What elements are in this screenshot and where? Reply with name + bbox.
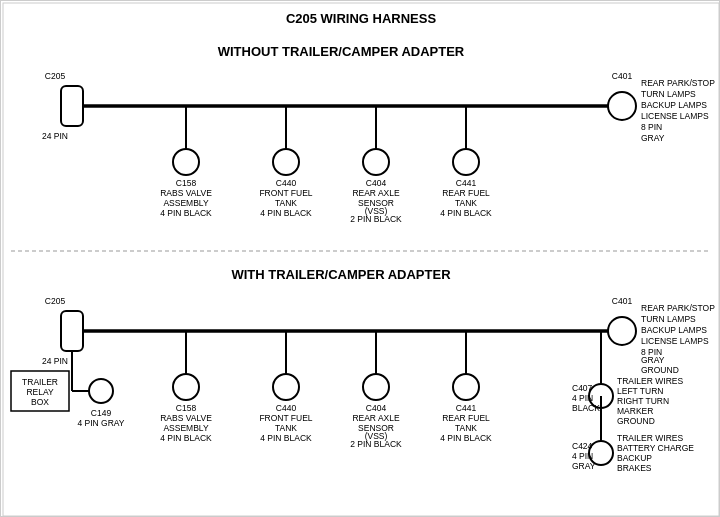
c401-2-desc2: TURN LAMPS [641,314,696,324]
c205-2-pin: 24 PIN [42,356,68,366]
svg-point-2 [608,92,636,120]
svg-point-6 [273,149,299,175]
c407-pin: 4 PIN [572,393,593,403]
c441-2-d2: TANK [455,423,477,433]
c441-1-name: C441 [456,178,477,188]
c441-1-d3: 4 PIN BLACK [440,208,492,218]
wiring-diagram: C205 WIRING HARNESS WITHOUT TRAILER/CAMP… [1,1,720,517]
c441-2-d1: REAR FUEL [442,413,490,423]
svg-point-4 [173,149,199,175]
c404-2-d1: REAR AXLE [352,413,400,423]
main-title: C205 WIRING HARNESS [286,11,437,26]
c404-1-d4: 2 PIN BLACK [350,214,402,224]
trailer-relay-box-l3: BOX [31,397,49,407]
c407-d5: GROUND [617,416,655,426]
c404-2-name: C404 [366,403,387,413]
c404-1-d1: REAR AXLE [352,188,400,198]
c401-2-color: GRAY [641,355,665,365]
c401-1-name: C401 [612,71,633,81]
c404-2-d4: 2 PIN BLACK [350,439,402,449]
c424-color: GRAY [572,461,596,471]
c401-1-desc2: TURN LAMPS [641,89,696,99]
trailer-relay-box-l2: RELAY [26,387,54,397]
c424-name: C424 [572,441,593,451]
c407-d2: LEFT TURN [617,386,663,396]
c440-1-d2: TANK [275,198,297,208]
c401-1-color: GRAY [641,133,665,143]
c158-2-name: C158 [176,403,197,413]
c424-d2: BATTERY CHARGE [617,443,694,453]
c440-2-name: C440 [276,403,297,413]
c441-1-d1: REAR FUEL [442,188,490,198]
svg-point-10 [453,149,479,175]
c440-1-name: C440 [276,178,297,188]
c205-1-name: C205 [45,71,66,81]
c149-pin: 4 PIN GRAY [77,418,124,428]
c441-2-d3: 4 PIN BLACK [440,433,492,443]
c407-d1: TRAILER WIRES [617,376,683,386]
c401-2-desc1: REAR PARK/STOP [641,303,715,313]
c158-2-d1: RABS VALVE [160,413,212,423]
c158-2-d2: ASSEMBLY [163,423,209,433]
c401-2-name: C401 [612,296,633,306]
c424-pin: 4 PIN [572,451,593,461]
svg-point-17 [89,379,113,403]
page-container: C205 WIRING HARNESS WITHOUT TRAILER/CAMP… [0,0,720,517]
c401-1-pin: 8 PIN [641,122,662,132]
c158-1-name: C158 [176,178,197,188]
trailer-relay-box-l1: TRAILER [22,377,58,387]
c401-2-desc4: LICENSE LAMPS [641,336,709,346]
section1-title: WITHOUT TRAILER/CAMPER ADAPTER [218,44,465,59]
svg-point-28 [363,374,389,400]
svg-point-18 [608,317,636,345]
c441-2-name: C441 [456,403,477,413]
c404-1-name: C404 [366,178,387,188]
section2-title: WITH TRAILER/CAMPER ADAPTER [231,267,451,282]
c407-color: BLACK [572,403,600,413]
c407-d4: MARKER [617,406,653,416]
c424-d4: BRAKES [617,463,652,473]
c440-2-d1: FRONT FUEL [259,413,312,423]
c158-1-d1: RABS VALVE [160,188,212,198]
c205-2-name: C205 [45,296,66,306]
c158-1-d3: 4 PIN BLACK [160,208,212,218]
svg-rect-13 [61,311,83,351]
c407-name: C407 [572,383,593,393]
c440-1-d3: 4 PIN BLACK [260,208,312,218]
c205-1-pin: 24 PIN [42,131,68,141]
c401-2-ground: GROUND [641,365,679,375]
c424-d3: BACKUP [617,453,652,463]
svg-point-30 [453,374,479,400]
c407-d3: RIGHT TURN [617,396,669,406]
c158-1-d2: ASSEMBLY [163,198,209,208]
svg-point-26 [273,374,299,400]
svg-point-8 [363,149,389,175]
svg-point-24 [173,374,199,400]
c440-1-d1: FRONT FUEL [259,188,312,198]
c401-1-desc4: LICENSE LAMPS [641,111,709,121]
c424-d1: TRAILER WIRES [617,433,683,443]
c401-1-desc3: BACKUP LAMPS [641,100,707,110]
c441-1-d2: TANK [455,198,477,208]
c158-2-d3: 4 PIN BLACK [160,433,212,443]
c440-2-d3: 4 PIN BLACK [260,433,312,443]
c401-2-desc3: BACKUP LAMPS [641,325,707,335]
svg-rect-1 [61,86,83,126]
c149-name: C149 [91,408,112,418]
c401-1-desc1: REAR PARK/STOP [641,78,715,88]
c440-2-d2: TANK [275,423,297,433]
